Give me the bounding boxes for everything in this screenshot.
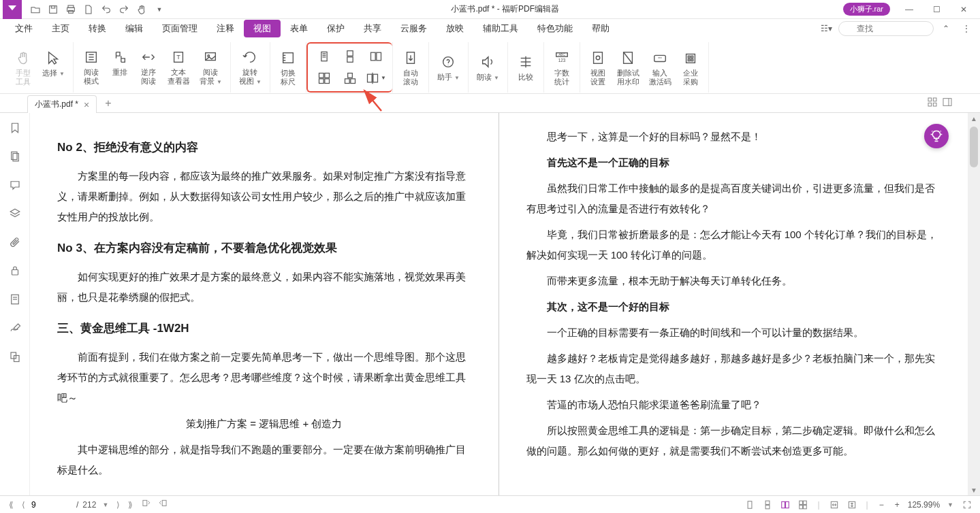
read-bg-button[interactable]: 阅读 背景 ▼ bbox=[195, 46, 226, 88]
select-button[interactable]: 选择 ▼ bbox=[38, 47, 69, 88]
more-icon[interactable]: ⋮ bbox=[958, 20, 975, 37]
menu-edit[interactable]: 编辑 bbox=[116, 20, 153, 37]
document-tab[interactable]: 小蓝书.pdf * × bbox=[27, 95, 97, 113]
scroll-up-icon[interactable]: ▲ bbox=[968, 113, 980, 124]
menu-play[interactable]: 放映 bbox=[437, 20, 473, 37]
remove-watermark-button[interactable]: 删除试 用水印 bbox=[613, 47, 644, 88]
print-icon[interactable] bbox=[63, 1, 79, 18]
quick-dropdown-icon[interactable]: ▼ bbox=[151, 1, 168, 18]
autoscroll-label: 自动 滚动 bbox=[403, 69, 418, 86]
copy-panel-icon[interactable] bbox=[8, 350, 22, 363]
history-back-icon[interactable] bbox=[139, 499, 153, 510]
menu-convert[interactable]: 转换 bbox=[79, 20, 116, 37]
user-badge[interactable]: 小狮子.rar bbox=[843, 3, 891, 16]
minimize-button[interactable]: — bbox=[896, 0, 923, 19]
undo-icon[interactable] bbox=[98, 1, 114, 18]
read-mode-button[interactable]: 阅读 模式 bbox=[78, 46, 105, 88]
tab-add-button[interactable]: + bbox=[105, 97, 111, 112]
single-page-icon[interactable] bbox=[312, 46, 336, 67]
tab-close-icon[interactable]: × bbox=[84, 99, 89, 110]
close-button[interactable]: ✕ bbox=[950, 0, 977, 19]
navigation-sidebar bbox=[0, 113, 30, 495]
thumbnail-grid-icon[interactable] bbox=[927, 97, 938, 110]
panel-icon[interactable] bbox=[942, 97, 953, 110]
menu-accessibility[interactable]: 辅助工具 bbox=[473, 20, 528, 37]
sb-fit-width-icon[interactable] bbox=[828, 500, 840, 510]
document-viewport[interactable]: No 2、拒绝没有意义的内容 方案里的每一段内容，都应该为最终的推广效果服务。如… bbox=[30, 113, 968, 495]
read-aloud-button[interactable]: 朗读 ▼ bbox=[473, 51, 503, 84]
zoom-level[interactable]: 125.99% bbox=[908, 500, 940, 510]
comments-icon[interactable] bbox=[8, 178, 22, 192]
security-icon[interactable] bbox=[8, 264, 22, 278]
menu-form[interactable]: 表单 bbox=[281, 20, 317, 37]
save-icon[interactable] bbox=[45, 1, 61, 18]
paragraph: 方案里的每一段内容，都应该为最终的推广效果服务。如果对制定推广方案没有指导意义，… bbox=[57, 166, 471, 227]
hand-tool-button[interactable]: 手型 工具 bbox=[10, 47, 37, 88]
scroll-down-icon[interactable]: ▼ bbox=[968, 484, 980, 495]
history-forward-icon[interactable] bbox=[157, 499, 170, 510]
activate-button[interactable]: *** 输入 激活码 bbox=[645, 47, 676, 88]
menu-page[interactable]: 页面管理 bbox=[153, 20, 207, 37]
signature-icon[interactable] bbox=[8, 321, 22, 335]
svg-rect-71 bbox=[163, 500, 167, 506]
menu-annotate[interactable]: 注释 bbox=[207, 20, 244, 37]
page-right: 思考一下，这算是一个好的目标吗？显然不是！ 首先这不是一个正确的目标 虽然我们日… bbox=[499, 113, 968, 495]
hand-quick-icon[interactable] bbox=[133, 1, 150, 18]
reverse-read-button[interactable]: 逆序 阅读 bbox=[135, 46, 162, 88]
cover-page-icon[interactable] bbox=[338, 68, 362, 88]
pages-icon[interactable] bbox=[8, 150, 22, 163]
facing-page-icon[interactable] bbox=[364, 46, 388, 67]
menu-help[interactable]: 帮助 bbox=[582, 20, 619, 37]
page-dropdown-icon[interactable]: ▼ bbox=[100, 501, 110, 508]
zoom-in-button[interactable]: + bbox=[892, 500, 902, 510]
prev-page-button[interactable]: ⟨ bbox=[20, 500, 27, 510]
layers-icon[interactable] bbox=[8, 207, 22, 220]
next-page-button[interactable]: ⟩ bbox=[114, 500, 122, 510]
menu-home[interactable]: 主页 bbox=[42, 20, 79, 37]
attachments-icon[interactable] bbox=[8, 235, 22, 249]
fields-icon[interactable] bbox=[8, 293, 22, 306]
menu-view[interactable]: 视图 bbox=[244, 20, 281, 37]
scroll-thumb[interactable] bbox=[970, 127, 978, 167]
watermark-icon bbox=[618, 48, 637, 67]
new-blank-icon[interactable] bbox=[80, 1, 97, 18]
compare-button[interactable]: 比较 bbox=[512, 51, 539, 83]
sb-facing-icon[interactable] bbox=[779, 500, 791, 510]
word-count-button[interactable]: ABC123 字数 统计 bbox=[548, 47, 575, 88]
scrollbar[interactable]: ▲ ▼ bbox=[968, 113, 980, 495]
enterprise-button[interactable]: 企业 采购 bbox=[677, 47, 704, 88]
menu-protect[interactable]: 保护 bbox=[317, 20, 354, 37]
ruler-button[interactable]: 切换 标尺 bbox=[274, 47, 302, 88]
last-page-button[interactable]: ⟫ bbox=[126, 500, 135, 510]
sb-single-page-icon[interactable] bbox=[744, 500, 756, 510]
redo-icon[interactable] bbox=[116, 1, 132, 18]
fullscreen-icon[interactable] bbox=[961, 500, 973, 510]
first-page-button[interactable]: ⟪ bbox=[7, 500, 16, 510]
menu-features[interactable]: 特色功能 bbox=[528, 20, 582, 37]
continuous-page-icon[interactable] bbox=[338, 46, 362, 67]
zoom-out-button[interactable]: − bbox=[876, 500, 887, 510]
zoom-dropdown-icon[interactable]: ▼ bbox=[945, 501, 955, 508]
autoscroll-button[interactable]: 自动 滚动 bbox=[397, 47, 424, 88]
menu-cloud[interactable]: 云服务 bbox=[391, 20, 437, 37]
split-view-icon[interactable]: ▼ bbox=[364, 68, 388, 88]
menu-file[interactable]: 文件 bbox=[5, 20, 42, 37]
search-input[interactable] bbox=[838, 21, 934, 36]
assistant-button[interactable]: 助手 ▼ bbox=[433, 51, 464, 84]
tell-me-icon[interactable]: ☷▾ bbox=[818, 20, 834, 37]
rotate-view-button[interactable]: 旋转 视图 ▼ bbox=[235, 46, 266, 88]
bookmarks-icon[interactable] bbox=[8, 121, 22, 135]
text-viewer-button[interactable]: T 文本 查看器 bbox=[163, 46, 194, 88]
menu-share[interactable]: 共享 bbox=[354, 20, 391, 37]
page-number-input[interactable] bbox=[31, 500, 72, 510]
reflow-button[interactable]: 重排 bbox=[106, 46, 133, 88]
open-icon[interactable] bbox=[27, 1, 44, 18]
view-settings-button[interactable]: 视图 设置 bbox=[584, 47, 612, 88]
sb-fit-page-icon[interactable] bbox=[846, 500, 858, 510]
idea-fab-button[interactable] bbox=[924, 124, 949, 148]
facing-continuous-icon[interactable] bbox=[312, 68, 336, 88]
sb-facing-continuous-icon[interactable] bbox=[797, 500, 809, 510]
maximize-button[interactable]: ☐ bbox=[923, 0, 950, 19]
sb-continuous-icon[interactable] bbox=[761, 500, 774, 510]
ribbon-collapse-icon[interactable]: ⌃ bbox=[938, 20, 954, 37]
